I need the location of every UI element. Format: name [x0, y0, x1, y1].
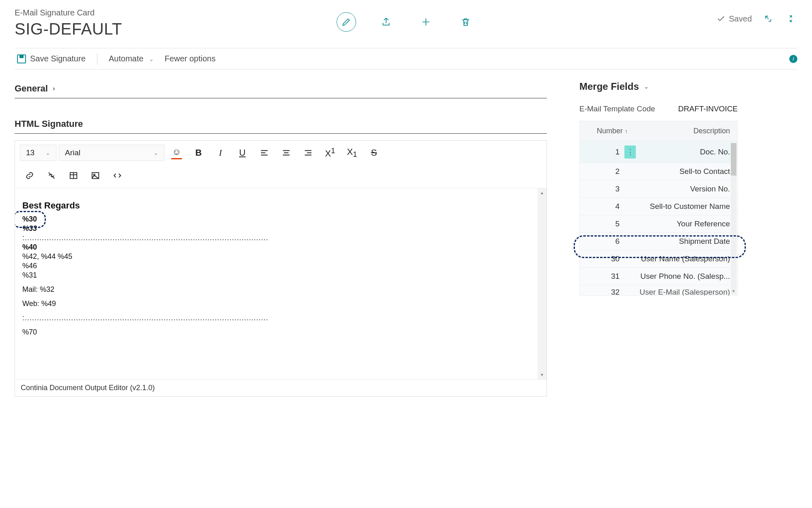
signature-divider: :.......................................…: [22, 234, 539, 242]
scrollbar-thumb[interactable]: [731, 143, 736, 176]
italic-icon: I: [219, 148, 222, 158]
link-button[interactable]: [20, 167, 39, 184]
share-icon: [381, 17, 391, 27]
signature-token-70: %70: [22, 328, 539, 336]
signature-token-42: %42, %44 %45: [22, 252, 539, 261]
image-button[interactable]: [86, 167, 105, 184]
editor-scrollbar[interactable]: ▴ ▾: [538, 188, 546, 379]
table-button[interactable]: [64, 167, 83, 184]
signature-token-30: %30: [22, 215, 539, 224]
unlink-button[interactable]: [42, 167, 61, 184]
save-signature-label: Save Signature: [30, 54, 86, 63]
merge-field-row[interactable]: 1 ⋮ Doc. No.: [580, 141, 737, 163]
strikethrough-icon: S: [371, 148, 377, 158]
strikethrough-button[interactable]: S: [364, 145, 384, 161]
section-general[interactable]: General ›: [15, 81, 547, 98]
save-icon: [17, 54, 26, 63]
saved-indicator: Saved: [717, 14, 752, 24]
underline-button[interactable]: U: [233, 145, 252, 161]
mf-number: 31: [587, 272, 620, 281]
merge-fields-title: Merge Fields: [579, 81, 639, 92]
collapse-icon: [786, 14, 795, 23]
merge-fields-header[interactable]: Merge Fields ⌄: [579, 81, 738, 92]
automate-label: Automate: [109, 54, 144, 63]
bold-icon: B: [195, 148, 202, 158]
sort-asc-icon: ↑: [625, 128, 628, 135]
page-title: SIG-DEFAULT: [15, 20, 122, 38]
merge-field-row[interactable]: 5 Your Reference: [580, 215, 737, 232]
table-scrollbar[interactable]: ▾: [731, 143, 736, 295]
edit-button[interactable]: [337, 12, 356, 32]
mf-desc: User Name (Salesperson): [620, 254, 730, 263]
new-button[interactable]: [416, 12, 436, 32]
popout-icon: [764, 14, 773, 23]
signature-mail: Mail: %32: [22, 285, 539, 294]
align-right-button[interactable]: [298, 145, 318, 161]
merge-field-row[interactable]: 32 User E-Mail (Salesperson): [580, 285, 737, 295]
palette-icon: ☺: [171, 147, 182, 159]
info-button[interactable]: i: [789, 55, 797, 63]
mf-number: 3: [587, 185, 620, 193]
mf-desc: User E-Mail (Salesperson): [620, 288, 730, 295]
delete-button[interactable]: [456, 12, 475, 32]
editor-body[interactable]: Best Regards %30 %33 :..................…: [15, 188, 546, 379]
saved-label: Saved: [729, 14, 752, 24]
merge-fields-table: Number ↑ Description 1 ⋮ Doc. No. 2 Sell…: [579, 121, 738, 296]
column-number[interactable]: Number ↑: [587, 127, 628, 135]
editor-toolbar: 13 ⌄ Arial ⌄ ☺ B I U: [15, 141, 546, 188]
font-size-dropdown[interactable]: 13 ⌄: [20, 145, 56, 161]
scroll-down-icon[interactable]: ▾: [731, 287, 736, 295]
text-color-button[interactable]: ☺: [167, 145, 186, 161]
signature-token-40: %40: [22, 243, 539, 252]
merge-field-row[interactable]: 31 User Phone No. (Salesp...: [580, 267, 737, 285]
align-center-icon: [282, 148, 291, 157]
collapse-button[interactable]: [784, 12, 797, 25]
signature-token-46: %46: [22, 262, 539, 270]
scroll-down-icon[interactable]: ▾: [538, 370, 546, 379]
align-center-button[interactable]: [276, 145, 296, 161]
mf-number: 6: [587, 237, 620, 246]
scroll-up-icon[interactable]: ▴: [538, 188, 546, 197]
mf-desc: Doc. No.: [636, 148, 730, 156]
mf-number: 1: [587, 148, 620, 156]
code-button[interactable]: [108, 167, 127, 184]
mf-number: 30: [587, 254, 620, 263]
mf-desc: Sell-to Customer Name: [620, 202, 730, 211]
mf-desc: Sell-to Contact: [620, 167, 730, 176]
merge-field-row[interactable]: 6 Shipment Date: [580, 232, 737, 250]
merge-field-row[interactable]: 30 User Name (Salesperson): [580, 250, 737, 267]
image-icon: [91, 171, 100, 180]
mf-desc: Your Reference: [620, 219, 730, 228]
merge-field-row[interactable]: 2 Sell-to Contact: [580, 163, 737, 180]
mf-number: 2: [587, 167, 620, 176]
save-signature-button[interactable]: Save Signature: [15, 52, 88, 65]
superscript-button[interactable]: X1: [320, 145, 340, 161]
subscript-icon: X1: [347, 147, 357, 159]
toolbar-divider: [97, 53, 97, 65]
chevron-down-icon: ⌄: [153, 150, 158, 156]
breadcrumb: E-Mail Signature Card: [15, 8, 122, 17]
font-family-dropdown[interactable]: Arial ⌄: [59, 145, 164, 161]
align-left-button[interactable]: [255, 145, 274, 161]
merge-field-row[interactable]: 4 Sell-to Customer Name: [580, 198, 737, 215]
popout-button[interactable]: [762, 12, 775, 25]
section-html-signature: HTML Signature: [15, 116, 547, 134]
link-icon: [25, 171, 34, 180]
chevron-right-icon: ›: [53, 85, 55, 92]
mf-desc: Shipment Date: [620, 237, 730, 246]
chevron-down-icon: ⌄: [45, 150, 50, 156]
automate-menu[interactable]: Automate ⌄: [106, 52, 157, 65]
fewer-options-label: Fewer options: [164, 54, 216, 63]
merge-field-row[interactable]: 3 Version No.: [580, 180, 737, 198]
bold-button[interactable]: B: [189, 145, 208, 161]
chevron-down-icon: ⌄: [644, 83, 649, 90]
share-button[interactable]: [376, 12, 396, 32]
template-code-label: E-Mail Template Code: [579, 104, 655, 113]
fewer-options-button[interactable]: Fewer options: [162, 52, 218, 65]
column-description[interactable]: Description: [628, 127, 730, 135]
row-more-button[interactable]: ⋮: [624, 145, 636, 158]
italic-button[interactable]: I: [211, 145, 230, 161]
subscript-button[interactable]: X1: [342, 145, 362, 161]
check-icon: [717, 14, 726, 23]
pencil-icon: [341, 17, 352, 27]
